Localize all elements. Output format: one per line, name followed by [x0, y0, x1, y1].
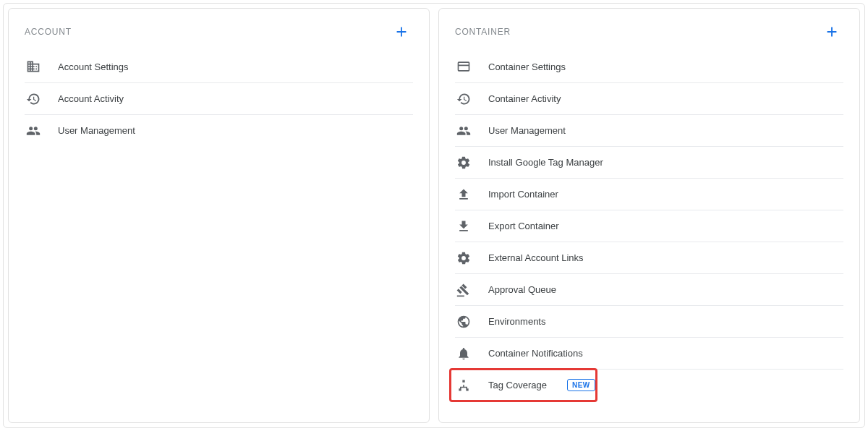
new-badge: NEW: [567, 379, 595, 391]
people-icon: [455, 122, 472, 140]
gear-icon: [455, 249, 472, 267]
account-list: Account Settings Account Activity User M…: [9, 46, 429, 152]
container-card-title: CONTAINER: [455, 27, 511, 37]
web-icon: [455, 58, 472, 75]
globe-icon: [455, 313, 472, 330]
environments-label: Environments: [488, 316, 545, 327]
svg-rect-4: [459, 62, 469, 71]
container-card-header: CONTAINER: [439, 9, 859, 46]
admin-panel: ACCOUNT Account Settings Account Activit…: [3, 3, 865, 428]
approval-queue-row[interactable]: Approval Queue: [455, 273, 843, 305]
account-card-title: ACCOUNT: [25, 27, 72, 37]
account-activity-label: Account Activity: [58, 93, 124, 104]
history-icon: [25, 90, 42, 108]
account-settings-row[interactable]: Account Settings: [25, 51, 413, 82]
container-activity-row[interactable]: Container Activity: [455, 82, 843, 114]
people-icon: [25, 122, 42, 140]
account-activity-row[interactable]: Account Activity: [25, 82, 413, 114]
history-icon: [455, 90, 472, 108]
approval-queue-label: Approval Queue: [488, 284, 556, 295]
sitemap-icon: [455, 377, 472, 394]
add-container-button[interactable]: [820, 20, 843, 43]
container-users-row[interactable]: User Management: [455, 114, 843, 146]
import-container-label: Import Container: [488, 189, 558, 200]
account-settings-label: Account Settings: [58, 61, 129, 72]
tag-coverage-row[interactable]: Tag Coverage NEW: [455, 369, 843, 401]
external-links-label: External Account Links: [488, 252, 584, 263]
account-card-header: ACCOUNT: [9, 9, 429, 46]
import-container-row[interactable]: Import Container: [455, 178, 843, 210]
container-activity-label: Container Activity: [488, 93, 561, 104]
container-users-label: User Management: [488, 125, 566, 136]
notifications-row[interactable]: Container Notifications: [455, 337, 843, 369]
plus-icon: [824, 24, 840, 40]
plus-icon: [393, 24, 409, 40]
export-container-row[interactable]: Export Container: [455, 210, 843, 242]
install-gtm-label: Install Google Tag Manager: [488, 157, 603, 168]
container-card: CONTAINER Container Settings Container A…: [438, 8, 860, 423]
gear-icon: [455, 154, 472, 171]
download-icon: [455, 218, 472, 235]
container-settings-row[interactable]: Container Settings: [455, 51, 843, 82]
container-settings-label: Container Settings: [488, 61, 566, 72]
gavel-icon: [455, 281, 472, 299]
environments-row[interactable]: Environments: [455, 305, 843, 337]
export-container-label: Export Container: [488, 221, 559, 231]
account-card: ACCOUNT Account Settings Account Activit…: [8, 8, 430, 423]
account-users-row[interactable]: User Management: [25, 114, 413, 146]
account-users-label: User Management: [58, 125, 135, 136]
notifications-label: Container Notifications: [488, 348, 583, 359]
tag-coverage-label: Tag Coverage: [488, 380, 547, 391]
install-gtm-row[interactable]: Install Google Tag Manager: [455, 146, 843, 178]
bell-icon: [455, 345, 472, 362]
container-list: Container Settings Container Activity Us…: [439, 46, 859, 406]
domain-icon: [25, 58, 42, 75]
upload-icon: [455, 186, 472, 203]
external-links-row[interactable]: External Account Links: [455, 242, 843, 273]
add-account-button[interactable]: [390, 20, 413, 43]
